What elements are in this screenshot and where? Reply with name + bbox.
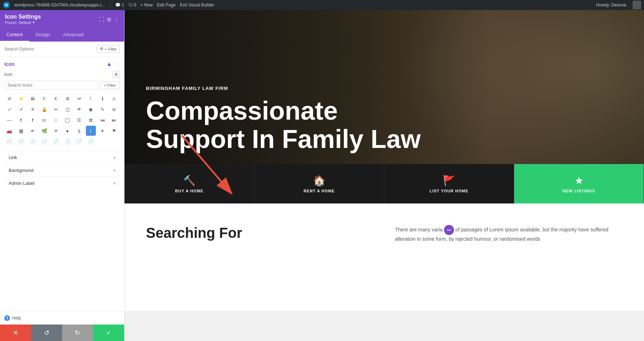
icon-cell[interactable]: 👁 <box>74 104 84 114</box>
icon-cell[interactable]: ▦ <box>16 126 26 136</box>
icon-search-row: + Filter <box>4 81 120 90</box>
undo-button[interactable]: ↺ <box>31 325 62 341</box>
new-listings-label: NEW LISTINGS <box>562 189 595 193</box>
icon-cell[interactable]: ☆ <box>51 115 61 125</box>
tab-design[interactable]: Design <box>29 28 57 42</box>
icon-cell[interactable]: ✏ <box>51 104 61 114</box>
admin-bar-new[interactable]: + New <box>140 3 152 8</box>
icon-section-title: Icon <box>4 61 15 67</box>
icon-cell[interactable]: ✈ <box>97 126 107 136</box>
notification-dot[interactable]: ••• <box>444 225 454 235</box>
hero-title: Compassionate Support In Family Law <box>146 97 468 153</box>
icon-cell[interactable]: ⤢ <box>4 104 14 114</box>
background-section-header[interactable]: Background ▾ <box>9 168 116 173</box>
layout-icon[interactable]: ⊞ <box>107 16 111 22</box>
icon-grid: ⇄ ⚡ 🏛 E € ⚙ ⇌ ! ℹ ⚠ ⤢ ↗ ✕ 🔒 ✏ ◫ 👁 ◉ <box>4 93 120 147</box>
icon-cell[interactable]: 📄 <box>16 136 26 147</box>
icon-cell[interactable]: ⚑ <box>109 126 119 136</box>
icon-cell[interactable]: E <box>39 93 49 104</box>
icon-cell[interactable]: 📄 <box>63 136 73 147</box>
link-section-header[interactable]: Link ▾ <box>9 155 116 160</box>
icon-cell[interactable]: ⚠ <box>109 93 119 104</box>
rent-home-block[interactable]: 🏠 RENT A HOME <box>254 164 384 203</box>
wp-logo-icon[interactable]: W <box>3 1 10 9</box>
options-filter-button[interactable]: ⚙ + Filter <box>97 45 120 53</box>
help-row[interactable]: ? Help <box>0 311 124 325</box>
icon-search-input[interactable] <box>4 81 98 90</box>
link-section: Link ▾ <box>4 151 120 164</box>
icon-cell[interactable]: ✿ <box>86 115 96 125</box>
tab-content[interactable]: Content <box>0 28 29 42</box>
icon-cell[interactable]: § <box>74 126 84 136</box>
rent-home-label: RENT A HOME <box>303 189 335 193</box>
icon-cell[interactable]: 🚗 <box>4 126 14 136</box>
icon-cell[interactable]: 📄 <box>51 136 61 147</box>
icon-cell[interactable]: ⊘ <box>109 104 119 114</box>
icon-cell[interactable]: 🏛 <box>28 93 38 104</box>
icon-cell[interactable]: ↗ <box>16 104 26 114</box>
icon-cell[interactable]: 🔒 <box>39 104 49 114</box>
sidebar-tabs: Content Design Advanced <box>0 28 124 42</box>
buy-home-icon: 🔨 <box>183 175 196 187</box>
sidebar-preset[interactable]: Preset: Default ▾ <box>5 20 41 25</box>
icon-cell[interactable]: ⏭ <box>109 115 119 125</box>
tab-advanced[interactable]: Advanced <box>57 28 90 42</box>
icon-cell[interactable]: ✎ <box>97 104 107 114</box>
icon-filter-button[interactable]: + Filter <box>100 81 120 89</box>
icon-target-button[interactable]: ⊙ <box>112 71 120 78</box>
icon-cell[interactable]: f <box>28 115 38 125</box>
admin-label-section-header[interactable]: Admin Label ▾ <box>9 181 116 186</box>
icon-cell[interactable]: f <box>16 115 26 125</box>
new-listings-block[interactable]: ★ NEW LISTINGS <box>514 164 644 203</box>
icon-cell[interactable]: 📄 <box>4 136 14 147</box>
icon-cell[interactable]: ✒ <box>28 126 38 136</box>
admin-label-section: Admin Label ▾ <box>4 177 120 189</box>
icon-cell[interactable]: 📄 <box>39 136 49 147</box>
icon-cell[interactable]: 🌿 <box>39 126 49 136</box>
redo-button[interactable]: ↻ <box>62 325 93 341</box>
more-icon[interactable]: ⋮ <box>114 16 119 22</box>
content-area: BIRMINGHAM FAMILY LAW FIRM Compassionate… <box>125 10 644 341</box>
sidebar-title: Icon Settings <box>5 14 41 20</box>
searching-title: Searching For <box>146 225 374 241</box>
list-home-block[interactable]: 🚩 LIST YOUR HOME <box>384 164 514 203</box>
admin-bar-comments[interactable]: 💬 1 <box>115 3 124 8</box>
admin-bar-bubbles[interactable]: 🗨 0 <box>128 3 136 8</box>
admin-bar-exit-builder[interactable]: Exit Visual Builder <box>180 3 215 8</box>
icon-cell[interactable]: ℹ <box>97 93 107 104</box>
sidebar: Icon Settings Preset: Default ▾ ⛶ ⊞ ⋮ Co… <box>0 10 125 341</box>
below-hero-section: Searching For There are many varia ••• o… <box>125 203 644 311</box>
icon-cell[interactable]: ! <box>86 93 96 104</box>
icon-cell[interactable]: ⚙ <box>63 93 73 104</box>
save-button[interactable]: ✓ <box>93 325 124 341</box>
icon-cell[interactable]: 📄 <box>28 136 38 147</box>
icon-cell-selected[interactable]: I <box>86 126 96 136</box>
icon-cell[interactable]: ⇌ <box>74 93 84 104</box>
buy-home-block[interactable]: 🔨 BUY A HOME <box>125 164 254 203</box>
icon-cell[interactable]: ⇄ <box>4 93 14 104</box>
icon-cell[interactable]: ◫ <box>63 104 73 114</box>
hero-eyebrow: BIRMINGHAM FAMILY LAW FIRM <box>146 86 623 91</box>
icon-cell[interactable]: ● <box>63 126 73 136</box>
search-options-input[interactable] <box>4 47 94 52</box>
icon-cell[interactable]: m <box>39 115 49 125</box>
icon-cell[interactable]: ◉ <box>86 104 96 114</box>
admin-bar-site-url[interactable]: wordpress-784896-5247064.cloudwaysapps.c… <box>14 3 106 8</box>
icon-cell[interactable]: ✈ <box>51 126 61 136</box>
fullscreen-icon[interactable]: ⛶ <box>99 16 104 22</box>
icon-cell[interactable]: ⏮ <box>97 115 107 125</box>
icon-cell[interactable]: 📄 <box>86 136 96 147</box>
icon-cell[interactable]: 📄 <box>74 136 84 147</box>
icon-cell[interactable]: ✕ <box>28 104 38 114</box>
section-more-icon[interactable]: ⋮ <box>115 61 120 67</box>
section-collapse-icon[interactable]: ▲ <box>106 61 112 67</box>
icon-cell[interactable]: € <box>51 93 61 104</box>
icon-cell[interactable]: — <box>4 115 14 125</box>
icon-cell[interactable]: ⚡ <box>16 93 26 104</box>
icon-cell[interactable]: ◯ <box>63 115 73 125</box>
close-button[interactable]: ✕ <box>0 325 31 341</box>
user-avatar[interactable] <box>633 1 641 9</box>
admin-bar-edit-page[interactable]: Edit Page <box>157 3 176 8</box>
icon-cell[interactable]: ☰ <box>74 115 84 125</box>
hero-section: BIRMINGHAM FAMILY LAW FIRM Compassionate… <box>125 10 644 203</box>
